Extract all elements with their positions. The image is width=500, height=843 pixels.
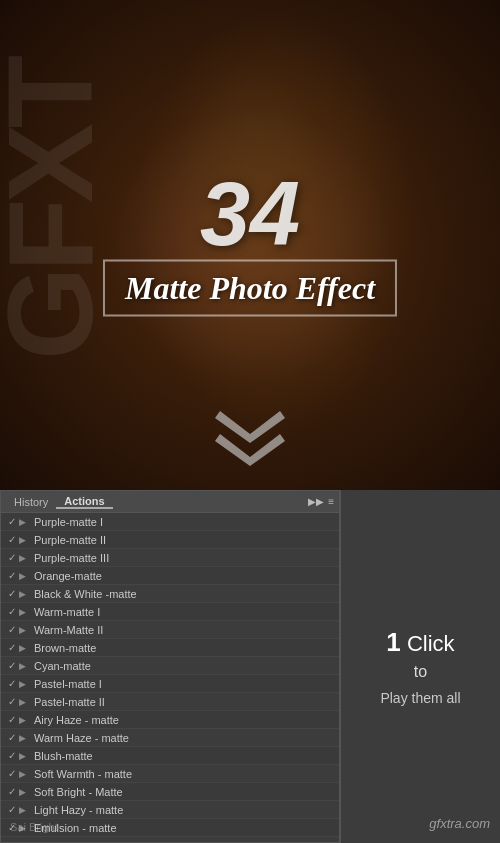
action-label: Warm-matte I	[34, 606, 100, 618]
action-label: Pastel-matte II	[34, 696, 105, 708]
action-label: Airy Haze - matte	[34, 714, 119, 726]
panel-header: History Actions ▶▶ ≡	[1, 491, 339, 513]
effect-title: Matte Photo Effect	[125, 270, 375, 307]
check-icon: ✓	[5, 678, 19, 689]
list-item[interactable]: ✓▶Soft Bright - Matte	[1, 783, 339, 801]
actions-panel: History Actions ▶▶ ≡ ✓▶Purple-matte I✓▶P…	[0, 490, 340, 843]
list-item[interactable]: ✓▶Warm-matte I	[1, 603, 339, 621]
play-icon: ▶	[19, 535, 31, 545]
list-item[interactable]: ✓▶Orange-matte	[1, 567, 339, 585]
play-icon: ▶	[19, 571, 31, 581]
play-icon: ▶	[19, 733, 31, 743]
action-label: Warm Haze - matte	[34, 732, 129, 744]
play-icon: ▶	[19, 751, 31, 761]
panel-controls: ▶▶ ≡	[308, 496, 334, 507]
check-icon: ✓	[5, 768, 19, 779]
list-item[interactable]: ✓▶Warm Haze - matte	[1, 729, 339, 747]
play-icon: ▶	[19, 697, 31, 707]
check-icon: ✓	[5, 606, 19, 617]
svg-marker-0	[215, 411, 285, 443]
action-label: Black & White -matte	[34, 588, 137, 600]
list-item[interactable]: ✓▶Pastel-matte I	[1, 675, 339, 693]
action-label: Pastel-matte I	[34, 678, 102, 690]
play-icon: ▶	[19, 679, 31, 689]
actions-list[interactable]: ✓▶Purple-matte I✓▶Purple-matte II✓▶Purpl…	[1, 513, 339, 843]
check-icon: ✓	[5, 750, 19, 761]
check-icon: ✓	[5, 534, 19, 545]
info-panel: 1 Click to Play them all gfxtra.com	[340, 490, 500, 843]
play-icon: ▶	[19, 769, 31, 779]
click-number: 1	[386, 627, 400, 657]
action-label: Purple-matte II	[34, 534, 106, 546]
tab-history[interactable]: History	[6, 496, 56, 508]
click-word: Click	[407, 631, 455, 656]
list-item[interactable]: ✓▶Pastel-matte II	[1, 693, 339, 711]
list-item[interactable]: ✓▶Black & White -matte	[1, 585, 339, 603]
play-icon: ▶	[19, 607, 31, 617]
chevron-indicator	[210, 406, 290, 470]
click-to: to	[386, 661, 454, 683]
play-icon: ▶	[19, 625, 31, 635]
effect-count: 34	[103, 174, 397, 255]
list-item[interactable]: ✓▶Soft Warmth - matte	[1, 765, 339, 783]
play-icon: ▶	[19, 787, 31, 797]
play-icon: ▶	[19, 553, 31, 563]
click-text: 1 Click to	[386, 624, 454, 683]
action-label: Soft Warmth - matte	[34, 768, 132, 780]
check-icon: ✓	[5, 804, 19, 815]
action-label: Orange-matte	[34, 570, 102, 582]
list-item[interactable]: ✓▶Neutral Soft - matte	[1, 837, 339, 843]
action-label: Light Hazy - matte	[34, 804, 123, 816]
check-icon: ✓	[5, 570, 19, 581]
play-icon: ▶	[19, 661, 31, 671]
play-icon: ▶	[19, 517, 31, 527]
action-label: Warm-Matte II	[34, 624, 103, 636]
check-icon: ✓	[5, 732, 19, 743]
action-label: Soft Bright - Matte	[34, 786, 123, 798]
panel-menu-btn[interactable]: ≡	[328, 496, 334, 507]
check-icon: ✓	[5, 660, 19, 671]
play-icon: ▶	[19, 715, 31, 725]
action-label: Brown-matte	[34, 642, 96, 654]
action-label: Blush-matte	[34, 750, 93, 762]
play-icon: ▶	[19, 643, 31, 653]
play-all-text: Play them all	[380, 688, 460, 709]
check-icon: ✓	[5, 714, 19, 725]
list-item[interactable]: ✓▶Light Hazy - matte	[1, 801, 339, 819]
list-item[interactable]: ✓▶Purple-matte I	[1, 513, 339, 531]
list-item[interactable]: ✓▶Brown-matte	[1, 639, 339, 657]
action-label: Purple-matte III	[34, 552, 109, 564]
tab-actions[interactable]: Actions	[56, 495, 112, 509]
list-item[interactable]: ✓▶Purple-matte II	[1, 531, 339, 549]
check-icon: ✓	[5, 516, 19, 527]
gfxt-watermark: GFXT	[0, 60, 110, 360]
action-label: Purple-matte I	[34, 516, 103, 528]
list-item[interactable]: ✓▶Blush-matte	[1, 747, 339, 765]
check-icon: ✓	[5, 552, 19, 563]
list-item[interactable]: ✓▶Warm-Matte II	[1, 621, 339, 639]
center-content: 34 Matte Photo Effect	[103, 174, 397, 317]
hero-section: GFXT 34 Matte Photo Effect	[0, 0, 500, 490]
list-item[interactable]: ✓▶Cyan-matte	[1, 657, 339, 675]
check-icon: ✓	[5, 624, 19, 635]
action-label: Cyan-matte	[34, 660, 91, 672]
action-label: Neutral Soft - matte	[34, 840, 129, 844]
play-icon: ▶	[19, 589, 31, 599]
author-name: Sai Bright	[10, 821, 58, 833]
play-icon: ▶	[19, 805, 31, 815]
list-item[interactable]: ✓▶Purple-matte III	[1, 549, 339, 567]
watermark-url: gfxtra.com	[429, 816, 490, 831]
panel-forward-btn[interactable]: ▶▶	[308, 496, 324, 507]
check-icon: ✓	[5, 696, 19, 707]
check-icon: ✓	[5, 642, 19, 653]
list-item[interactable]: ✓▶Airy Haze - matte	[1, 711, 339, 729]
title-box: Matte Photo Effect	[103, 260, 397, 317]
check-icon: ✓	[5, 786, 19, 797]
check-icon: ✓	[5, 588, 19, 599]
